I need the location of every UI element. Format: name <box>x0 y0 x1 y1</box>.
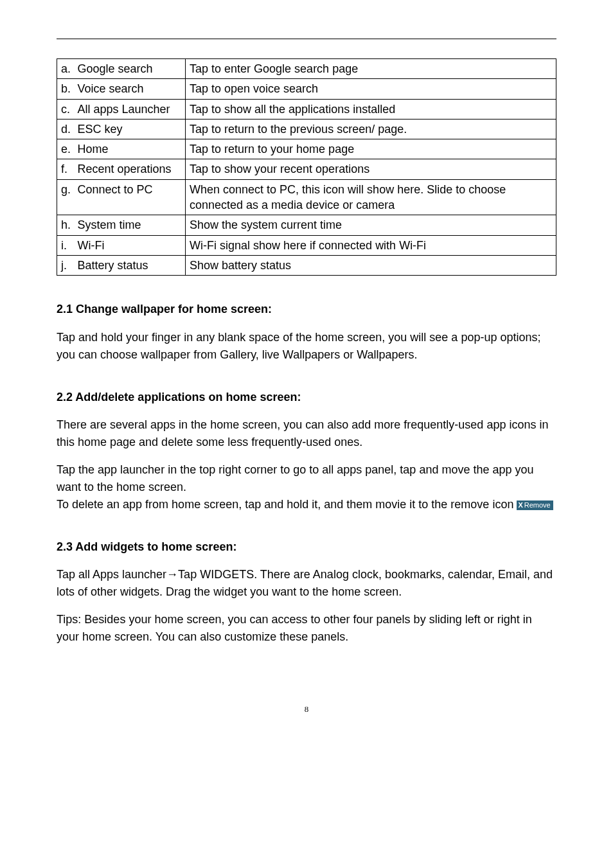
row-letter: b. <box>57 79 76 99</box>
table-row: d. ESC key Tap to return to the previous… <box>57 119 556 139</box>
section-2-1-body: Tap and hold your finger in any blank sp… <box>57 329 556 364</box>
row-letter: h. <box>57 215 76 235</box>
x-icon: X <box>518 501 522 509</box>
row-letter: j. <box>57 255 76 275</box>
row-desc: Wi-Fi signal show here if connected with… <box>186 235 556 255</box>
row-name: Voice search <box>76 79 186 99</box>
table-row: a. Google search Tap to enter Google sea… <box>57 59 556 79</box>
row-name: Home <box>76 139 186 159</box>
row-name: ESC key <box>76 119 186 139</box>
row-desc: Tap to show your recent operations <box>186 159 556 179</box>
row-letter: f. <box>57 159 76 179</box>
section-2-2-p3: To delete an app from home screen, tap a… <box>57 496 556 513</box>
row-letter: a. <box>57 59 76 79</box>
row-name: System time <box>76 215 186 235</box>
row-desc: Show the system current time <box>186 215 556 235</box>
section-2-2-p1: There are several apps in the home scree… <box>57 416 556 451</box>
row-letter: i. <box>57 235 76 255</box>
top-rule <box>57 39 556 39</box>
section-2-3-p1: Tap all Apps launcher→Tap WIDGETS. There… <box>57 566 556 601</box>
table-row: i. Wi-Fi Wi-Fi signal show here if conne… <box>57 235 556 255</box>
remove-icon: XRemove <box>517 500 553 510</box>
row-name: Wi-Fi <box>76 235 186 255</box>
row-name: Google search <box>76 59 186 79</box>
row-name: Battery status <box>76 255 186 275</box>
table-row: j. Battery status Show battery status <box>57 255 556 275</box>
section-2-2-p2: Tap the app launcher in the top right co… <box>57 461 556 496</box>
row-desc: When connect to PC, this icon will show … <box>186 179 556 215</box>
row-desc: Tap to show all the applications install… <box>186 99 556 119</box>
table-row: h. System time Show the system current t… <box>57 215 556 235</box>
section-2-2-heading: 2.2 Add/delete applications on home scre… <box>57 389 556 405</box>
section-2-3-p2: Tips: Besides your home screen, you can … <box>57 611 556 646</box>
row-letter: d. <box>57 119 76 139</box>
table-row: c. All apps Launcher Tap to show all the… <box>57 99 556 119</box>
row-desc: Show battery status <box>186 255 556 275</box>
table-row: e. Home Tap to return to your home page <box>57 139 556 159</box>
row-desc: Tap to enter Google search page <box>186 59 556 79</box>
table-row: g. Connect to PC When connect to PC, thi… <box>57 179 556 215</box>
remove-label: Remove <box>524 501 551 509</box>
page-number: 8 <box>57 704 556 715</box>
home-icons-table: a. Google search Tap to enter Google sea… <box>57 58 556 276</box>
table-row: f. Recent operations Tap to show your re… <box>57 159 556 179</box>
row-desc: Tap to return to the previous screen/ pa… <box>186 119 556 139</box>
row-name: All apps Launcher <box>76 99 186 119</box>
row-name: Recent operations <box>76 159 186 179</box>
row-desc: Tap to open voice search <box>186 79 556 99</box>
row-letter: g. <box>57 179 76 215</box>
row-desc: Tap to return to your home page <box>186 139 556 159</box>
section-2-3-heading: 2.3 Add widgets to home screen: <box>57 539 556 554</box>
row-name: Connect to PC <box>76 179 186 215</box>
section-2-1-heading: 2.1 Change wallpaper for home screen: <box>57 301 556 317</box>
table-row: b. Voice search Tap to open voice search <box>57 79 556 99</box>
row-letter: e. <box>57 139 76 159</box>
section-2-2-p3-text: To delete an app from home screen, tap a… <box>57 498 517 511</box>
row-letter: c. <box>57 99 76 119</box>
